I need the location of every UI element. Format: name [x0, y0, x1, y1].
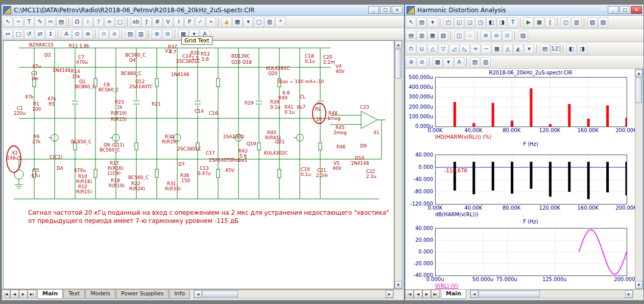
last-page-button[interactable]: ▶| — [431, 290, 440, 298]
scroll-right-button[interactable]: ▶ — [625, 290, 633, 298]
plot-box-2[interactable] — [435, 155, 627, 205]
cursor-mode-button[interactable]: ◱ — [454, 17, 464, 28]
disable-button[interactable]: ⊖ — [99, 29, 109, 39]
draw-mode-button[interactable]: ✎ — [35, 17, 45, 27]
tab-models[interactable]: Models — [85, 290, 115, 299]
font-button[interactable]: A — [454, 57, 464, 67]
scroll-down-button[interactable]: ▼ — [635, 281, 642, 289]
find-button[interactable]: ⊙ — [72, 29, 82, 39]
wire-mode-button[interactable]: ~ — [13, 17, 23, 27]
wave-delete-button[interactable]: ⊔ — [417, 44, 427, 54]
properties-button[interactable]: ▧ — [587, 17, 598, 28]
zoom-q1-button[interactable]: ⊕ — [481, 31, 491, 41]
wave-freq-button[interactable]: ▦ — [492, 44, 502, 54]
paste-page-button[interactable]: ▥ — [136, 29, 146, 39]
analysis-window-titlebar[interactable]: Harmonic Distortion Analysis _ □ × — [405, 5, 643, 16]
schematic-window-titlebar[interactable]: C:\MC11\DATA\Petrov\Radio\R2018-06_Petro… — [2, 5, 404, 16]
performance-tag-button[interactable]: ◨ — [497, 17, 507, 28]
minimize-button[interactable]: _ — [368, 6, 379, 14]
scale-mode-button[interactable]: ◰ — [443, 17, 454, 28]
conditions-button[interactable]: ✓ — [195, 17, 205, 27]
scroll-up-button[interactable]: ▲ — [395, 41, 402, 48]
select-mode-button[interactable]: ↖ — [3, 17, 13, 27]
plot-box-3[interactable] — [435, 228, 627, 276]
schematic-canvas[interactable]: BZX84C15R11 1.8kD247uC31m1N4148C7470uR14… — [3, 40, 394, 289]
last-page-button[interactable]: ▶| — [28, 290, 36, 298]
series-label[interactable]: IHD(HARM(v(RL))) (%) — [435, 134, 491, 140]
point-tag-button[interactable]: ◲ — [465, 17, 475, 28]
first-page-button[interactable]: |◀ — [405, 290, 414, 298]
next-page-button[interactable]: ▶ — [422, 290, 431, 298]
grid-dropdown-button[interactable]: ▾ — [243, 17, 253, 27]
three-plots-button[interactable]: ▦ — [427, 31, 438, 41]
tab-power-supplies[interactable]: Power Supplies — [116, 290, 169, 299]
pan-button[interactable]: ↔ — [3, 29, 13, 39]
maximize-button[interactable]: □ — [380, 6, 391, 14]
zoom-in-button[interactable]: ⊕ — [152, 29, 162, 39]
grid-dropdown-button[interactable]: ▾ — [443, 57, 454, 67]
zoom-in-button[interactable]: ⊕ — [406, 57, 416, 67]
node-numbers-button[interactable]: # — [152, 17, 162, 27]
plot-area[interactable]: R2018-06_20kHz_2uS-spectr.CIR500.000u400… — [406, 69, 635, 289]
text-mode-button[interactable]: T — [508, 17, 518, 28]
minimize-button[interactable]: _ — [608, 6, 618, 14]
wave-period-button[interactable]: ◬ — [503, 44, 513, 54]
tab-info[interactable]: Info — [169, 290, 190, 299]
tab-text[interactable]: Text — [63, 290, 85, 299]
run-button[interactable]: ▶ — [523, 17, 534, 28]
font-button[interactable]: A — [61, 29, 71, 39]
zoom-out-button[interactable]: ⊖ — [417, 57, 427, 67]
scroll-left-button[interactable]: ◀ — [470, 290, 478, 298]
copy-plot-button[interactable]: ▤ — [470, 57, 480, 67]
series-label[interactable]: V(RL) (V) — [435, 283, 458, 289]
copy-page-button[interactable]: ▤ — [125, 29, 135, 39]
two-plots-button[interactable]: ▥ — [417, 31, 427, 41]
open-plot-dropdown-button[interactable]: ▾ — [427, 17, 438, 28]
wave-fall-button[interactable]: ◺ — [460, 44, 470, 54]
box-select-button[interactable]: □ — [13, 29, 23, 39]
horizontal-tag-button[interactable]: ◧ — [486, 17, 496, 28]
scroll-thumb[interactable] — [202, 291, 238, 297]
schematic-horizontal-scrollbar[interactable]: ◀ ▶ — [194, 290, 394, 298]
zoom-q3-button[interactable]: ⊙ — [502, 31, 512, 41]
scroll-thumb[interactable] — [395, 49, 401, 79]
help-mode-button[interactable]: ? — [93, 17, 104, 27]
copy-page-button[interactable]: ▥ — [481, 57, 491, 67]
scroll-left-button[interactable]: ◀ — [194, 290, 202, 298]
analysis-horizontal-scrollbar[interactable]: ◀ ▶ — [470, 290, 633, 298]
vertical-tag-button[interactable]: ◳ — [475, 17, 486, 28]
wave-add-button[interactable]: ⊓ — [406, 44, 416, 54]
step-button[interactable]: ≡ — [83, 29, 93, 39]
close-region-button[interactable]: ⊗ — [109, 29, 120, 39]
next-page-button[interactable]: ▶ — [19, 290, 28, 298]
calculator-button[interactable]: 123 — [551, 44, 561, 54]
warning-button[interactable]: ▲ — [222, 17, 232, 27]
close-button[interactable]: × — [392, 6, 402, 14]
grid-text-button[interactable]: ab — [131, 17, 141, 27]
scroll-right-button[interactable]: ▶ — [386, 290, 393, 298]
zoom-q2-button[interactable]: ⊖ — [491, 31, 502, 41]
link-button[interactable]: ∞ — [104, 17, 114, 27]
grid-button[interactable]: ▦ — [433, 57, 443, 67]
formula-text-button[interactable]: ƒ — [141, 17, 152, 27]
slider-1-button[interactable]: ◫ — [561, 17, 571, 28]
plot-properties-button[interactable]: ▨ — [518, 31, 528, 41]
text-mode-button[interactable]: T — [24, 17, 34, 27]
settings-button[interactable]: * — [275, 17, 285, 27]
zoom-out-button[interactable]: ⊖ — [162, 29, 173, 39]
data-points-button[interactable]: ∴ — [465, 31, 475, 41]
new-document-button[interactable]: □ — [254, 17, 264, 27]
info-mode-button[interactable]: i — [83, 17, 93, 27]
numeric-output-button[interactable]: ▤ — [540, 44, 550, 54]
output-button[interactable]: ▨ — [598, 17, 608, 28]
component-mode-button[interactable]: Ω — [72, 17, 82, 27]
wave-peak-button[interactable]: △ — [427, 44, 438, 54]
cut-button[interactable]: ✂ — [45, 17, 56, 27]
rotate-button[interactable]: ↺ — [24, 29, 34, 39]
plot-box-1[interactable] — [435, 77, 627, 127]
power-button[interactable]: P — [184, 17, 195, 27]
slider-2-button[interactable]: ▥ — [571, 17, 582, 28]
first-page-button[interactable]: |◀ — [2, 290, 10, 298]
thumbnail-button[interactable]: ◫ — [454, 31, 464, 41]
prev-page-button[interactable]: ◀ — [10, 290, 19, 298]
